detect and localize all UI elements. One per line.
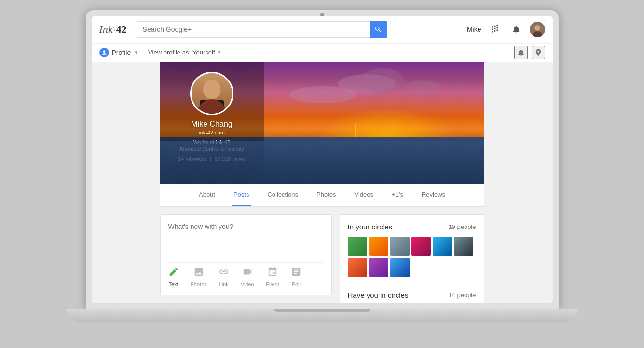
section-divider — [348, 285, 476, 285]
circles-card: In your circles 19 people — [340, 214, 484, 303]
tool-event[interactable]: Event — [266, 267, 279, 287]
screen-bezel: Ink\42 Mike — [86, 10, 559, 309]
profile-bar: Profile ▼ View profile as: Yourself ▼ — [92, 43, 553, 62]
tab-plusones[interactable]: +1's — [390, 184, 405, 206]
photos-icon — [193, 267, 204, 280]
in-circles-avatars — [348, 237, 476, 277]
view-label: View profile as: — [148, 49, 191, 56]
tab-posts[interactable]: Posts — [232, 184, 251, 206]
circle-avatar[interactable] — [433, 237, 452, 256]
app-logo: Ink\42 — [99, 23, 127, 36]
screen: Ink\42 Mike — [92, 16, 553, 303]
video-icon — [242, 267, 253, 280]
tab-about[interactable]: About — [197, 184, 217, 206]
in-circles-header: In your circles 19 people — [348, 223, 476, 231]
have-circles-title: Have you in circles — [348, 291, 409, 299]
profile-button[interactable]: Profile ▼ — [99, 48, 139, 57]
circle-avatar[interactable] — [369, 258, 388, 277]
location-icon-button[interactable] — [532, 46, 545, 59]
gplus-page: Ink\42 Mike — [92, 16, 553, 303]
laptop-base — [67, 309, 578, 322]
tab-photos[interactable]: Photos — [315, 184, 338, 206]
tool-photos[interactable]: Photos — [191, 267, 207, 287]
profile-chevron-icon: ▼ — [134, 50, 138, 55]
profile-education: Attended Central University — [179, 146, 244, 152]
nav-bar: Ink\42 Mike — [92, 16, 553, 43]
circle-avatar[interactable] — [454, 237, 473, 256]
user-avatar[interactable] — [530, 22, 545, 37]
tab-videos[interactable]: Videos — [353, 184, 376, 206]
nav-right: Mike — [467, 22, 545, 37]
circle-avatar[interactable] — [348, 258, 367, 277]
notifications-button[interactable] — [508, 22, 524, 37]
tool-text[interactable]: Text — [168, 267, 179, 287]
circle-avatar[interactable] — [369, 237, 388, 256]
profile-label: Profile — [112, 49, 131, 56]
cover-photo: Mike Chang ink-42.com Works at Ink 42 At… — [160, 62, 484, 184]
composer-toolbar: Text Photos — [168, 262, 324, 287]
link-icon — [219, 267, 229, 280]
composer-box: Text Photos — [160, 214, 332, 295]
tool-poll[interactable]: Poll — [291, 267, 301, 287]
profile-stats: 14 followers | 83,928 views — [178, 156, 246, 161]
main-content: Mike Chang ink-42.com Works at Ink 42 At… — [92, 62, 553, 303]
tool-video[interactable]: Video — [241, 267, 254, 287]
text-tool-label: Text — [168, 281, 178, 287]
svg-point-1 — [534, 25, 540, 31]
profile-photo — [190, 72, 233, 115]
circle-avatar[interactable] — [348, 237, 367, 256]
cover-area: Mike Chang ink-42.com Works at Ink 42 At… — [160, 62, 484, 184]
suit-graphic — [200, 100, 224, 114]
post-composer: Text Photos — [160, 214, 332, 303]
bell-icon-button[interactable] — [514, 46, 528, 59]
in-circles-count: 19 people — [448, 223, 476, 230]
poll-tool-label: Poll — [292, 281, 301, 287]
apps-button[interactable] — [487, 22, 503, 37]
in-circles-title: In your circles — [348, 223, 393, 231]
have-circles-header: Have you in circles 14 people — [348, 291, 476, 299]
profile-name: Mike Chang — [191, 120, 232, 129]
event-tool-label: Event — [266, 281, 279, 287]
photos-tool-label: Photos — [191, 281, 207, 287]
profile-bar-right — [514, 46, 545, 59]
search-button[interactable] — [370, 21, 387, 38]
search-input[interactable] — [137, 21, 370, 38]
view-value: Yourself — [192, 49, 215, 56]
view-profile-selector[interactable]: View profile as: Yourself ▼ — [148, 49, 221, 56]
search-icon — [374, 26, 382, 33]
nav-username: Mike — [467, 26, 481, 33]
circle-avatar[interactable] — [390, 237, 410, 256]
have-circles-count: 14 people — [448, 292, 476, 299]
laptop-frame: Ink\42 Mike — [57, 10, 588, 338]
right-sidebar: In your circles 19 people — [340, 214, 484, 303]
profile-url: ink-42.com — [199, 130, 225, 135]
circle-avatar[interactable] — [390, 258, 410, 277]
view-chevron-icon: ▼ — [217, 50, 222, 55]
tool-link[interactable]: Link — [219, 267, 229, 287]
poll-icon — [291, 267, 301, 280]
search-container — [137, 21, 387, 38]
tab-reviews[interactable]: Reviews — [420, 184, 447, 206]
sun-reflection — [355, 123, 356, 137]
event-icon — [267, 267, 278, 280]
circle-avatar[interactable] — [411, 237, 431, 256]
composer-input[interactable] — [168, 223, 324, 256]
link-tool-label: Link — [219, 281, 229, 287]
content-area: Text Photos — [160, 214, 484, 303]
cover-water — [160, 137, 484, 184]
person-face-graphic — [192, 73, 232, 114]
text-icon — [168, 267, 179, 280]
profile-work: Works at Ink 42 — [193, 139, 230, 145]
profile-tabs: About Posts Collections Photos Videos +1… — [160, 184, 484, 207]
profile-overlay: Mike Chang ink-42.com Works at Ink 42 At… — [160, 62, 264, 184]
tie-graphic — [210, 102, 214, 111]
tab-collections[interactable]: Collections — [265, 184, 300, 206]
profile-icon — [99, 48, 109, 57]
video-tool-label: Video — [241, 281, 254, 287]
